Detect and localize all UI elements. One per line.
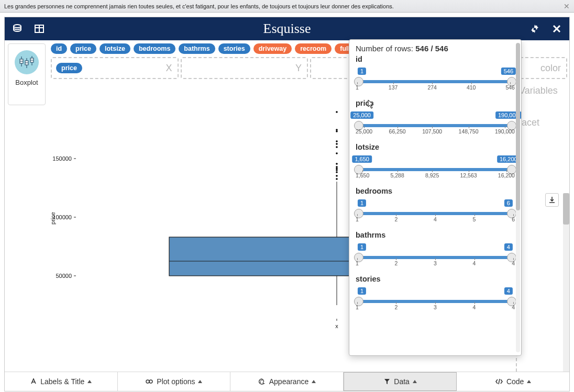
dropzone-color-label: color [540, 63, 561, 74]
svg-point-35 [149, 380, 152, 383]
pill-driveway[interactable]: driveway [253, 43, 292, 54]
pill-stories[interactable]: stories [218, 43, 250, 54]
slider-bathrms[interactable]: bathrms 1 4 12344 [356, 231, 515, 268]
popover-scrollbar[interactable] [516, 43, 520, 352]
data-filter-popover: Number of rows: 546 / 546 id 1 546 11372… [349, 39, 522, 356]
banner-text: Les grandes personnes ne comprennent jam… [4, 3, 394, 9]
facet-label: facet [519, 117, 567, 128]
geom-selector[interactable]: Boxplot [8, 43, 46, 105]
slider-max-badge: 4 [504, 287, 513, 295]
tab-code[interactable]: Code [457, 372, 569, 391]
svg-point-29 [336, 140, 338, 142]
x-axis-label: x [335, 323, 338, 329]
close-icon[interactable] [551, 24, 562, 34]
svg-point-0 [14, 25, 21, 28]
slider-lotsize[interactable]: lotsize 1,650 16,200 1,6505,2888,92512,5… [356, 143, 515, 181]
tab-options-text: Plot options [157, 377, 195, 386]
tab-appearance[interactable]: Appearance [230, 372, 344, 391]
slider-max-badge: 4 [504, 243, 513, 251]
slider-label: id [356, 55, 515, 63]
slider-ticks: 12344 [356, 260, 515, 266]
x-value-pill[interactable]: price [56, 63, 82, 73]
bottom-tabs: Labels & Title Plot options Appearance D… [5, 372, 569, 391]
slider-rail [356, 168, 515, 171]
tab-labels-text: Labels & Title [40, 377, 84, 386]
rows-value: 546 / 546 [415, 44, 448, 53]
caret-up-icon [413, 380, 417, 383]
rows-header: Number of rows: 546 / 546 [356, 44, 515, 53]
slider-label: bathrms [356, 231, 515, 239]
slider-min-badge: 25,000 [350, 111, 373, 119]
palette-icon [258, 378, 266, 385]
svg-point-19 [336, 178, 338, 180]
pill-id[interactable]: id [51, 43, 67, 54]
tab-code-text: Code [506, 377, 524, 386]
svg-point-31 [336, 129, 338, 131]
svg-point-28 [336, 143, 338, 145]
svg-point-21 [336, 171, 338, 173]
slider-label: bedrooms [356, 187, 515, 195]
rows-label: Number of rows: [356, 44, 415, 53]
variables-panel[interactable]: Variables facet [516, 82, 569, 372]
caret-up-icon [198, 380, 202, 383]
slider-id[interactable]: id 1 546 1137274410546 [356, 55, 515, 93]
slider-stories[interactable]: stories 1 4 12344 [356, 275, 515, 312]
svg-point-38 [260, 382, 261, 383]
svg-point-26 [336, 152, 338, 154]
caret-up-icon [527, 380, 531, 383]
boxplot-icon [15, 50, 39, 74]
slider-rail [356, 124, 515, 127]
svg-point-24 [336, 166, 338, 168]
slider-price[interactable]: price 25,000 190,000 25,00066,250107,500… [356, 99, 515, 137]
svg-point-27 [336, 146, 338, 148]
pill-recroom[interactable]: recroom [295, 43, 332, 54]
svg-point-25 [336, 163, 338, 165]
slider-ticks: 12344 [356, 304, 515, 310]
plot-scrollbar[interactable] [563, 193, 569, 372]
gears-icon [145, 378, 153, 385]
gear-icon[interactable] [529, 24, 540, 34]
slider-ticks: 12456 [356, 216, 515, 222]
slider-max-badge: 546 [501, 68, 516, 75]
svg-point-4 [534, 28, 536, 30]
tab-labels-title[interactable]: Labels & Title [5, 372, 118, 391]
tab-data-text: Data [394, 377, 410, 386]
esquisse-window: Esquisse [4, 17, 570, 391]
slider-bedrooms[interactable]: bedrooms 1 6 12456 [356, 187, 515, 225]
tab-plot-options[interactable]: Plot options [118, 372, 231, 391]
dropzone-y[interactable]: Y [181, 57, 308, 79]
app-title: Esquisse [263, 21, 311, 37]
pill-bedrooms[interactable]: bedrooms [134, 43, 175, 54]
slider-min-badge: 1 [358, 68, 366, 75]
svg-point-36 [260, 380, 261, 382]
y-tick-2: 150000 [52, 155, 72, 162]
pill-price[interactable]: price [70, 43, 96, 54]
slider-ticks: 1137274410546 [356, 84, 515, 91]
svg-point-37 [261, 380, 262, 381]
slider-label: stories [356, 275, 515, 283]
svg-point-32 [336, 111, 338, 113]
slider-max-badge: 6 [504, 199, 513, 207]
y-tick-1: 100000 [52, 214, 72, 220]
svg-point-20 [336, 175, 338, 177]
pill-lotsize[interactable]: lotsize [100, 43, 130, 54]
dropzone-x[interactable]: price X [51, 57, 179, 79]
info-banner: Les grandes personnes ne comprennent jam… [0, 0, 574, 13]
slider-min-badge: 1,650 [352, 155, 372, 163]
svg-point-34 [146, 380, 149, 383]
banner-close-icon[interactable]: ✕ [564, 2, 570, 10]
table-icon[interactable] [34, 24, 45, 34]
tab-appearance-text: Appearance [269, 377, 309, 386]
caret-up-icon [312, 380, 316, 383]
filter-icon [383, 378, 391, 385]
slider-min-badge: 1 [358, 287, 366, 295]
variables-label: Variables [519, 85, 567, 96]
titlebar: Esquisse [5, 17, 569, 40]
database-icon[interactable] [12, 24, 23, 34]
slider-rail [356, 80, 515, 83]
pill-bathrms[interactable]: bathrms [179, 43, 215, 54]
dropzone-x-label: X [165, 63, 172, 74]
tab-data[interactable]: Data [344, 372, 457, 391]
caret-up-icon [87, 380, 92, 383]
download-button[interactable] [545, 193, 559, 207]
